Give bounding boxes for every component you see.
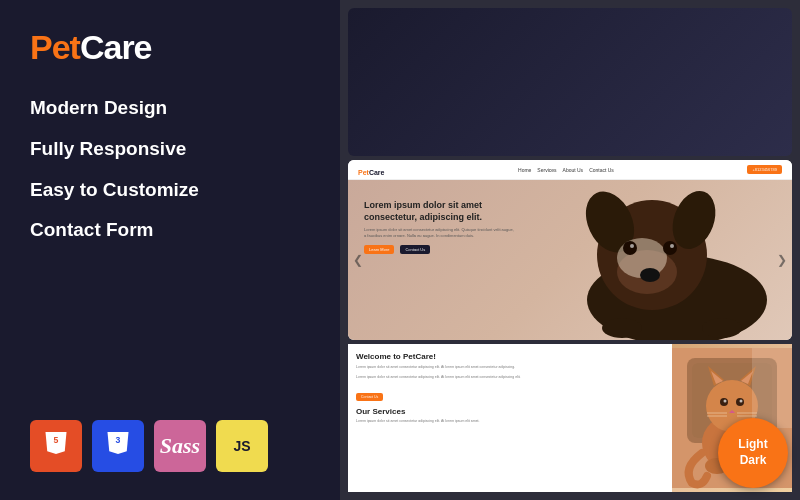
- services-text: Lorem ipsum dolor sit amet consectetur a…: [356, 419, 660, 424]
- svg-point-21: [623, 241, 637, 255]
- light-nav-logo: PetCare: [358, 161, 384, 179]
- sass-badge: Sass: [154, 420, 206, 472]
- light-hero: Lorem ipsum dolor sit amet consectetur, …: [348, 180, 792, 340]
- sass-label: Sass: [160, 433, 200, 459]
- light-prev-arrow[interactable]: ❮: [353, 253, 363, 267]
- preview-dark-theme: PetCare Home Services About Us Contact U…: [348, 8, 792, 156]
- js-label: JS: [233, 438, 250, 454]
- svg-point-40: [740, 400, 743, 403]
- html5-icon: 5 HTML: [42, 432, 70, 460]
- svg-rect-48: [752, 348, 792, 428]
- light-nav: PetCare Home Services About Us Contact U…: [348, 160, 792, 180]
- welcome-contact-btn[interactable]: Contact Us: [356, 393, 383, 401]
- svg-text:5: 5: [54, 435, 59, 445]
- light-hero-title: Lorem ipsum dolor sit amet consectetur, …: [364, 200, 514, 223]
- logo-pet: Pet: [30, 28, 80, 66]
- svg-point-25: [640, 268, 660, 282]
- feature-contact-form: Contact Form: [30, 219, 310, 242]
- svg-point-24: [670, 244, 674, 248]
- feature-modern-design: Modern Design: [30, 97, 310, 120]
- svg-text:3: 3: [116, 435, 121, 445]
- right-panel: PetCare Home Services About Us Contact U…: [340, 0, 800, 500]
- black-dog-image: [562, 180, 792, 340]
- learn-more-btn[interactable]: Learn More: [364, 245, 394, 254]
- features-list: Modern Design Fully Responsive Easy to C…: [30, 97, 310, 260]
- theme-badge[interactable]: Light Dark: [718, 418, 788, 488]
- welcome-title: Welcome to PetCare!: [356, 352, 660, 361]
- css3-icon: 3 CSS: [104, 432, 132, 460]
- svg-text:CSS: CSS: [112, 445, 125, 452]
- svg-point-22: [663, 241, 677, 255]
- light-nav-phone: +8123456789: [747, 165, 782, 174]
- light-next-arrow[interactable]: ❯: [777, 253, 787, 267]
- light-nav-links: Home Services About Us Contact Us: [518, 167, 614, 173]
- light-hero-text: Lorem ipsum dolor sit amet consectetur a…: [364, 227, 514, 239]
- services-title: Our Services: [356, 407, 660, 416]
- theme-badge-text: Light Dark: [738, 437, 767, 468]
- logo: PetCare: [30, 28, 310, 67]
- preview-light-theme: PetCare Home Services About Us Contact U…: [348, 160, 792, 340]
- svg-point-27: [702, 318, 742, 338]
- welcome-text-1: Lorem ipsum dolor sit amet consectetur a…: [356, 365, 660, 371]
- welcome-section: Welcome to PetCare! Lorem ipsum dolor si…: [348, 344, 668, 492]
- svg-text:HTML: HTML: [48, 445, 65, 452]
- html5-badge: 5 HTML: [30, 420, 82, 472]
- js-badge: JS: [216, 420, 268, 472]
- welcome-text-2: Lorem ipsum dolor sit amet consectetur a…: [356, 375, 660, 381]
- svg-point-26: [602, 318, 642, 338]
- feature-fully-responsive: Fully Responsive: [30, 138, 310, 161]
- contact-us-btn[interactable]: Contact Us: [400, 245, 430, 254]
- svg-point-39: [724, 400, 727, 403]
- light-hero-buttons: Learn More Contact Us: [364, 245, 514, 254]
- tech-icons: 5 HTML 3 CSS Sass JS: [30, 420, 310, 472]
- black-dog-area: [562, 180, 792, 340]
- light-hero-content: Lorem ipsum dolor sit amet consectetur, …: [364, 200, 514, 254]
- svg-point-23: [630, 244, 634, 248]
- css3-badge: 3 CSS: [92, 420, 144, 472]
- logo-care: Care: [80, 28, 152, 66]
- left-panel: PetCare Modern Design Fully Responsive E…: [0, 0, 340, 500]
- feature-easy-customize: Easy to Customize: [30, 179, 310, 202]
